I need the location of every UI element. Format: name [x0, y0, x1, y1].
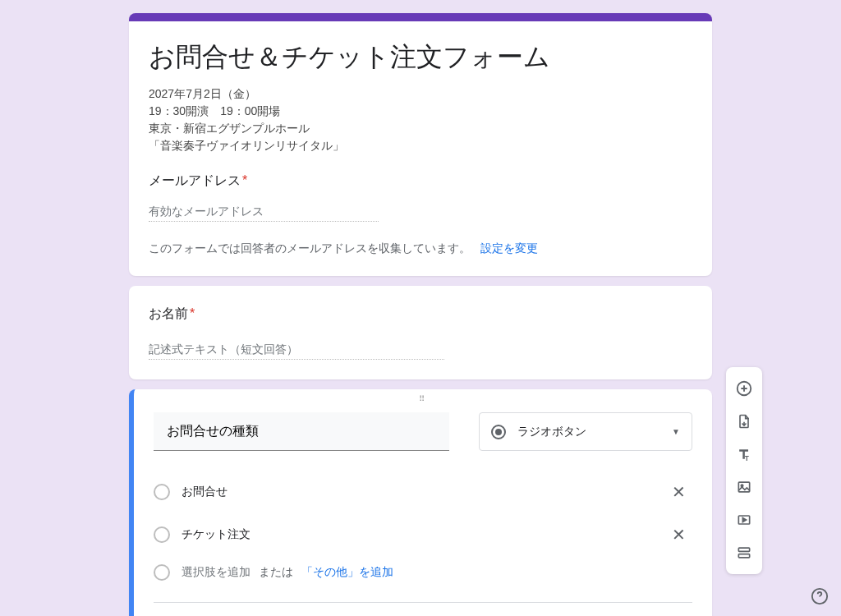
add-question-button[interactable] [729, 374, 759, 403]
side-toolbar: T [726, 367, 762, 574]
add-section-button[interactable] [729, 538, 759, 568]
radio-outline-icon [154, 526, 170, 543]
import-questions-button[interactable] [729, 407, 759, 436]
add-title-button[interactable]: T [729, 439, 759, 469]
description-line: 2027年7月2日（金） [149, 85, 692, 103]
required-asterisk: * [242, 173, 247, 187]
add-option-row: 選択肢を追加 または 「その他」を追加 [154, 556, 692, 589]
remove-option-button[interactable]: ✕ [665, 522, 692, 548]
email-collect-note: このフォームでは回答者のメールアドレスを収集しています。 [149, 241, 471, 255]
form-header-card: お問合せ＆チケット注文フォーム 2027年7月2日（金） 19：30開演 19：… [129, 13, 712, 276]
option-row: お問合せ ✕ [154, 471, 692, 513]
add-option-text[interactable]: 選択肢を追加 [182, 565, 250, 580]
delete-button[interactable] [526, 611, 559, 616]
option-text[interactable]: チケット注文 [182, 527, 250, 542]
add-image-button[interactable] [729, 472, 759, 502]
option-row: チケット注文 ✕ [154, 513, 692, 556]
svg-rect-7 [738, 548, 749, 551]
name-answer-input[interactable] [149, 339, 444, 360]
question-card-active[interactable]: ⠿ ラジオボタン ▼ お問合せ ✕ チケット注文 ✕ 選択肢を追加 [129, 389, 712, 616]
question-title-input[interactable] [154, 412, 449, 451]
or-text: または [259, 565, 293, 580]
svg-rect-8 [738, 554, 749, 558]
email-label: メールアドレス [149, 173, 241, 187]
description-line: 東京・新宿エグザンプルホール [149, 120, 692, 137]
chevron-down-icon: ▼ [672, 427, 680, 436]
remove-option-button[interactable]: ✕ [665, 479, 692, 505]
drag-handle-icon[interactable]: ⠿ [134, 394, 712, 403]
question-card-name[interactable]: お名前* [129, 286, 712, 379]
duplicate-button[interactable] [485, 611, 518, 616]
add-video-button[interactable] [729, 505, 759, 535]
radio-outline-icon [154, 484, 170, 500]
email-input[interactable] [149, 201, 379, 222]
required-asterisk: * [190, 306, 195, 320]
question-type-selector[interactable]: ラジオボタン ▼ [479, 412, 692, 451]
form-title[interactable]: お問合せ＆チケット注文フォーム [149, 39, 692, 76]
help-button[interactable] [810, 586, 830, 606]
option-text[interactable]: お問合せ [182, 485, 227, 499]
more-menu-button[interactable]: ⋮ [663, 611, 692, 616]
change-settings-link[interactable]: 設定を変更 [480, 241, 538, 255]
svg-rect-4 [738, 482, 749, 492]
add-other-link[interactable]: 「その他」を追加 [301, 565, 393, 580]
description-line: 「音楽奏子ヴァイオリンリサイタル」 [149, 137, 692, 154]
radio-icon [491, 425, 506, 439]
svg-text:T: T [745, 454, 749, 462]
question-title: お名前 [149, 306, 188, 320]
type-label: ラジオボタン [517, 425, 586, 439]
radio-outline-icon [154, 564, 170, 581]
description-line: 19：30開演 19：00開場 [149, 103, 692, 120]
